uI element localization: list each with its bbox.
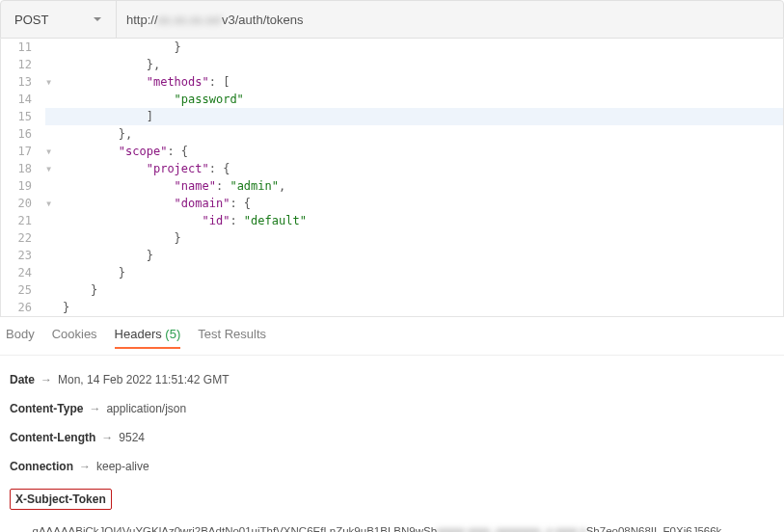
- code-content: }: [63, 229, 181, 247]
- tab-test-results[interactable]: Test Results: [198, 327, 266, 349]
- code-line[interactable]: 22 }: [1, 229, 783, 247]
- url-input[interactable]: http:// xx.xx.xx.xx/ v3/auth/tokens: [117, 1, 783, 38]
- line-number: 21: [1, 212, 45, 229]
- header-row: Connection→keep-alive: [10, 460, 774, 473]
- line-number: 18: [1, 160, 45, 177]
- request-body-editor[interactable]: 11 }12 },13▾ "methods": [14 "password"15…: [0, 39, 784, 317]
- line-number: 24: [1, 264, 45, 281]
- fold-icon[interactable]: ▾: [45, 73, 63, 91]
- code-line[interactable]: 11 }: [1, 39, 783, 56]
- header-row: Date→Mon, 14 Feb 2022 11:51:42 GMT: [10, 373, 774, 386]
- line-number: 12: [1, 56, 45, 73]
- response-headers: Date→Mon, 14 Feb 2022 11:51:42 GMTConten…: [0, 356, 784, 532]
- code-line[interactable]: 26}: [1, 299, 783, 316]
- fold-icon[interactable]: ▾: [45, 143, 63, 160]
- line-number: 25: [1, 281, 45, 299]
- code-line[interactable]: 23 }: [1, 247, 783, 264]
- code-content: "name": "admin",: [63, 177, 285, 195]
- tab-headers[interactable]: Headers (5): [115, 327, 181, 349]
- line-number: 17: [1, 143, 45, 160]
- line-number: 15: [1, 108, 45, 125]
- arrow-icon: →: [89, 402, 100, 415]
- header-name: Date: [10, 373, 35, 386]
- fold-icon[interactable]: ▾: [45, 195, 63, 212]
- line-number: 23: [1, 247, 45, 264]
- header-x-subject-token: X-Subject-Token: [10, 489, 774, 510]
- code-line[interactable]: 25 }: [1, 281, 783, 299]
- response-tabs: BodyCookiesHeaders (5)Test Results: [0, 317, 784, 356]
- code-content: ]: [63, 108, 153, 125]
- code-content: "password": [63, 91, 244, 108]
- code-line[interactable]: 15 ]: [1, 108, 783, 125]
- request-bar: POST http:// xx.xx.xx.xx/ v3/auth/tokens: [0, 0, 784, 39]
- line-number: 16: [1, 125, 45, 143]
- line-number: 20: [1, 195, 45, 212]
- url-blurred: xx.xx.xx.xx/: [158, 13, 222, 27]
- code-content: },: [63, 125, 132, 143]
- code-content: "id": "default": [63, 212, 307, 229]
- line-number: 13: [1, 73, 45, 91]
- fold-icon[interactable]: ▾: [45, 160, 63, 177]
- code-content: "project": {: [63, 160, 230, 177]
- url-prefix: http://: [126, 13, 158, 27]
- line-number: 11: [1, 39, 45, 56]
- method-dropdown[interactable]: POST: [1, 1, 117, 38]
- code-line[interactable]: 19 "name": "admin",: [1, 177, 783, 195]
- code-line[interactable]: 16 },: [1, 125, 783, 143]
- x-subject-token-value: → gAAAAABiCkJOI4VuYGKlAz0wrj2BAdtNo01uiT…: [10, 525, 774, 532]
- code-content: "domain": {: [63, 195, 251, 212]
- token-part-2: Sh7eo08N68II_F0Xj6J566k: [586, 525, 722, 532]
- code-content: "scope": {: [63, 143, 188, 160]
- header-name: Content-Type: [10, 402, 83, 415]
- code-line[interactable]: 24 }: [1, 264, 783, 281]
- header-name: Connection: [10, 460, 73, 473]
- line-number: 26: [1, 299, 45, 316]
- code-line[interactable]: 14 "password": [1, 91, 783, 108]
- header-value: Mon, 14 Feb 2022 11:51:42 GMT: [58, 373, 229, 386]
- header-name: Content-Length: [10, 431, 95, 444]
- header-value: application/json: [106, 402, 186, 415]
- tab-count: (5): [162, 327, 181, 341]
- chevron-down-icon: [93, 14, 102, 24]
- code-line[interactable]: 17▾ "scope": {: [1, 143, 783, 160]
- code-line[interactable]: 18▾ "project": {: [1, 160, 783, 177]
- code-content: }: [63, 247, 153, 264]
- arrow-icon: →: [41, 373, 52, 386]
- tab-cookies[interactable]: Cookies: [52, 327, 97, 349]
- code-content: "methods": [: [63, 73, 230, 91]
- header-row: Content-Type→application/json: [10, 402, 774, 415]
- code-content: }: [63, 39, 181, 56]
- code-line[interactable]: 21 "id": "default": [1, 212, 783, 229]
- method-label: POST: [14, 13, 48, 27]
- header-row: Content-Length→9524: [10, 431, 774, 444]
- arrow-icon: →: [101, 431, 113, 444]
- code-line[interactable]: 20▾ "domain": {: [1, 195, 783, 212]
- header-value: 9524: [119, 431, 145, 444]
- line-number: 19: [1, 177, 45, 195]
- arrow-icon: →: [79, 460, 91, 473]
- code-line[interactable]: 13▾ "methods": [: [1, 73, 783, 91]
- code-line[interactable]: 12 },: [1, 56, 783, 73]
- code-content: }: [63, 299, 69, 316]
- header-value: keep-alive: [96, 460, 149, 473]
- url-suffix: v3/auth/tokens: [222, 13, 304, 27]
- tab-body[interactable]: Body: [6, 327, 35, 349]
- x-subject-token-box: X-Subject-Token: [10, 489, 112, 510]
- code-content: }: [63, 264, 125, 281]
- line-number: 22: [1, 229, 45, 247]
- line-number: 14: [1, 91, 45, 108]
- token-part-1: gAAAAABiCkJOI4VuYGKlAz0wrj2BAdtNo01uiThf…: [33, 525, 438, 532]
- code-content: }: [63, 281, 97, 299]
- code-content: },: [63, 56, 160, 73]
- header-name: X-Subject-Token: [15, 492, 106, 506]
- token-blurred: xxxxx xxxx_xxxxxxxx_x xxxx x: [437, 525, 586, 532]
